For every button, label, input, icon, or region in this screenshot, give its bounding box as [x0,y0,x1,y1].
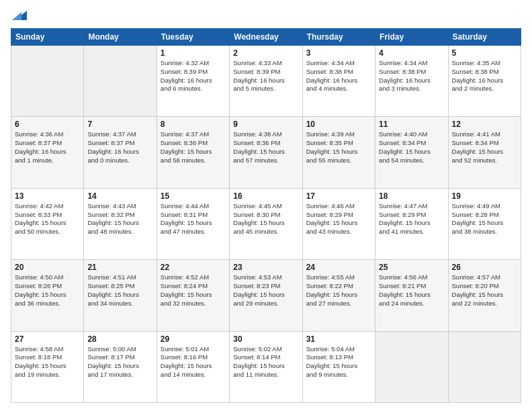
day-info: Sunrise: 4:51 AMSunset: 8:25 PMDaylight:… [87,273,152,308]
page: SundayMondayTuesdayWednesdayThursdayFrid… [0,0,532,411]
calendar-cell: 5Sunrise: 4:35 AMSunset: 8:38 PMDaylight… [448,46,521,117]
day-number: 15 [161,191,226,201]
day-info: Sunrise: 4:32 AMSunset: 8:39 PMDaylight:… [161,59,226,93]
calendar-cell: 15Sunrise: 4:44 AMSunset: 8:31 PMDayligh… [157,188,229,259]
calendar-cell: 17Sunrise: 4:46 AMSunset: 8:29 PMDayligh… [302,188,375,259]
calendar-cell: 26Sunrise: 4:57 AMSunset: 8:20 PMDayligh… [448,260,521,331]
header-day-tuesday: Tuesday [157,29,229,46]
calendar-cell: 16Sunrise: 4:45 AMSunset: 8:30 PMDayligh… [230,188,302,259]
day-number: 22 [161,263,226,272]
calendar-cell: 2Sunrise: 4:33 AMSunset: 8:39 PMDaylight… [230,46,302,117]
calendar-cell [84,46,157,117]
calendar-cell: 3Sunrise: 4:34 AMSunset: 8:38 PMDaylight… [302,46,375,117]
calendar-cell: 7Sunrise: 4:37 AMSunset: 8:37 PMDaylight… [84,117,157,188]
calendar-cell: 30Sunrise: 5:02 AMSunset: 8:14 PMDayligh… [230,331,302,402]
day-info: Sunrise: 4:46 AMSunset: 8:29 PMDaylight:… [306,202,371,236]
logo-icon [12,8,27,23]
svg-marker-1 [12,12,21,20]
day-info: Sunrise: 4:33 AMSunset: 8:39 PMDaylight:… [233,59,298,93]
day-number: 3 [306,48,371,58]
calendar-week-4: 20Sunrise: 4:50 AMSunset: 8:26 PMDayligh… [11,260,521,331]
calendar-header-row: SundayMondayTuesdayWednesdayThursdayFrid… [11,29,521,46]
day-number: 31 [306,334,371,344]
day-number: 18 [379,191,444,201]
calendar-cell: 10Sunrise: 4:39 AMSunset: 8:35 PMDayligh… [302,117,375,188]
day-info: Sunrise: 4:58 AMSunset: 8:18 PMDaylight:… [15,345,80,379]
day-info: Sunrise: 4:50 AMSunset: 8:26 PMDaylight:… [15,273,80,308]
day-number: 9 [233,120,298,129]
day-info: Sunrise: 4:39 AMSunset: 8:35 PMDaylight:… [306,130,371,165]
calendar-cell: 6Sunrise: 4:36 AMSunset: 8:37 PMDaylight… [11,117,84,188]
day-info: Sunrise: 5:01 AMSunset: 8:16 PMDaylight:… [161,345,226,379]
calendar-table: SundayMondayTuesdayWednesdayThursdayFrid… [11,28,521,403]
day-number: 13 [15,191,80,201]
header-day-wednesday: Wednesday [230,29,302,46]
day-number: 11 [379,120,444,129]
day-info: Sunrise: 4:38 AMSunset: 8:36 PMDaylight:… [233,130,298,165]
day-info: Sunrise: 4:56 AMSunset: 8:21 PMDaylight:… [379,273,444,308]
day-number: 7 [87,120,152,129]
calendar-cell: 9Sunrise: 4:38 AMSunset: 8:36 PMDaylight… [230,117,302,188]
calendar-cell: 31Sunrise: 5:04 AMSunset: 8:13 PMDayligh… [302,331,375,402]
day-number: 8 [161,120,226,129]
day-info: Sunrise: 4:44 AMSunset: 8:31 PMDaylight:… [161,202,226,236]
header-day-saturday: Saturday [448,29,521,46]
header-day-monday: Monday [84,29,157,46]
day-number: 17 [306,191,371,201]
day-info: Sunrise: 4:36 AMSunset: 8:37 PMDaylight:… [15,130,80,165]
day-number: 23 [233,263,298,272]
day-info: Sunrise: 4:55 AMSunset: 8:22 PMDaylight:… [306,273,371,308]
day-info: Sunrise: 5:00 AMSunset: 8:17 PMDaylight:… [87,345,152,379]
calendar-cell: 4Sunrise: 4:34 AMSunset: 8:38 PMDaylight… [375,46,448,117]
calendar-cell: 25Sunrise: 4:56 AMSunset: 8:21 PMDayligh… [375,260,448,331]
calendar-cell: 8Sunrise: 4:37 AMSunset: 8:36 PMDaylight… [157,117,229,188]
day-number: 10 [306,120,371,129]
day-number: 14 [87,191,152,201]
calendar-week-3: 13Sunrise: 4:42 AMSunset: 8:33 PMDayligh… [11,188,521,259]
day-info: Sunrise: 4:49 AMSunset: 8:28 PMDaylight:… [452,202,517,236]
day-number: 30 [233,334,298,344]
calendar-cell: 19Sunrise: 4:49 AMSunset: 8:28 PMDayligh… [448,188,521,259]
day-info: Sunrise: 4:41 AMSunset: 8:34 PMDaylight:… [452,130,517,165]
calendar-cell [375,331,448,402]
day-number: 6 [15,120,80,129]
day-info: Sunrise: 5:02 AMSunset: 8:14 PMDaylight:… [233,345,298,379]
calendar-cell: 20Sunrise: 4:50 AMSunset: 8:26 PMDayligh… [11,260,84,331]
calendar-cell: 1Sunrise: 4:32 AMSunset: 8:39 PMDaylight… [157,46,229,117]
day-info: Sunrise: 4:43 AMSunset: 8:32 PMDaylight:… [87,202,152,236]
calendar-cell: 24Sunrise: 4:55 AMSunset: 8:22 PMDayligh… [302,260,375,331]
calendar-cell: 29Sunrise: 5:01 AMSunset: 8:16 PMDayligh… [157,331,229,402]
day-number: 21 [87,263,152,272]
day-number: 2 [233,48,298,58]
day-info: Sunrise: 4:42 AMSunset: 8:33 PMDaylight:… [15,202,80,236]
calendar-cell [11,46,84,117]
day-info: Sunrise: 4:34 AMSunset: 8:38 PMDaylight:… [306,59,371,93]
day-number: 26 [452,263,517,272]
day-number: 28 [87,334,152,344]
day-number: 27 [15,334,80,344]
day-number: 25 [379,263,444,272]
calendar-cell: 12Sunrise: 4:41 AMSunset: 8:34 PMDayligh… [448,117,521,188]
day-info: Sunrise: 4:34 AMSunset: 8:38 PMDaylight:… [379,59,444,93]
calendar-cell: 18Sunrise: 4:47 AMSunset: 8:29 PMDayligh… [375,188,448,259]
day-number: 16 [233,191,298,201]
calendar-cell: 21Sunrise: 4:51 AMSunset: 8:25 PMDayligh… [84,260,157,331]
header-day-thursday: Thursday [302,29,375,46]
logo [11,8,27,23]
calendar-cell: 27Sunrise: 4:58 AMSunset: 8:18 PMDayligh… [11,331,84,402]
calendar-cell [448,331,521,402]
day-info: Sunrise: 4:57 AMSunset: 8:20 PMDaylight:… [452,273,517,308]
day-number: 24 [306,263,371,272]
day-number: 12 [452,120,517,129]
calendar-cell: 11Sunrise: 4:40 AMSunset: 8:34 PMDayligh… [375,117,448,188]
day-number: 5 [452,48,517,58]
calendar-cell: 28Sunrise: 5:00 AMSunset: 8:17 PMDayligh… [84,331,157,402]
day-info: Sunrise: 4:45 AMSunset: 8:30 PMDaylight:… [233,202,298,236]
day-number: 4 [379,48,444,58]
day-info: Sunrise: 4:35 AMSunset: 8:38 PMDaylight:… [452,59,517,93]
day-info: Sunrise: 4:37 AMSunset: 8:36 PMDaylight:… [161,130,226,165]
day-info: Sunrise: 4:47 AMSunset: 8:29 PMDaylight:… [379,202,444,236]
day-info: Sunrise: 4:53 AMSunset: 8:23 PMDaylight:… [233,273,298,308]
calendar-cell: 14Sunrise: 4:43 AMSunset: 8:32 PMDayligh… [84,188,157,259]
calendar-week-2: 6Sunrise: 4:36 AMSunset: 8:37 PMDaylight… [11,117,521,188]
